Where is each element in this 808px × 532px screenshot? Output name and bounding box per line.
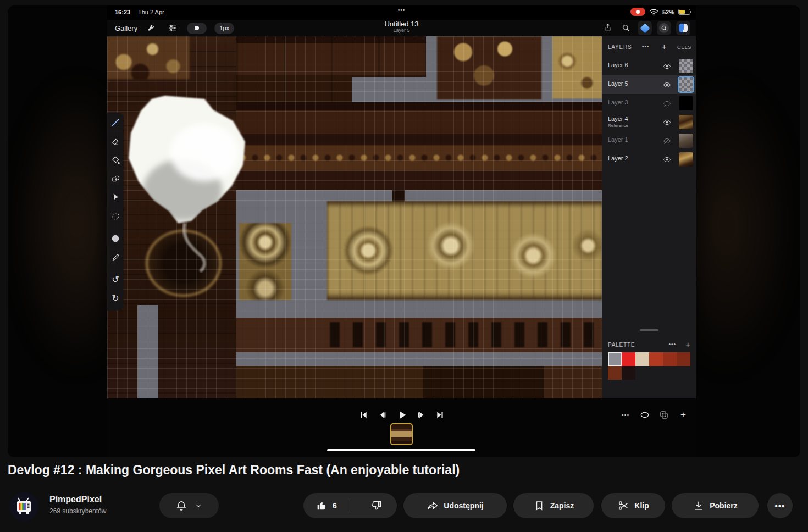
pencil-tool-button[interactable] [109, 251, 122, 264]
layer-name: Layer 2 [608, 155, 628, 162]
layer-row-layer2[interactable]: Layer 2 [602, 150, 696, 169]
frame-thumbnail[interactable] [390, 423, 413, 445]
fill-tool-button[interactable] [109, 153, 122, 167]
undo-button[interactable]: ↺ [109, 273, 122, 286]
layer-thumbnail[interactable] [679, 59, 693, 73]
palette-swatch[interactable] [608, 366, 622, 380]
clip-button[interactable]: Klip [601, 493, 665, 518]
color-swatch-tool-button[interactable] [109, 232, 122, 245]
layer-visibility-eye-icon[interactable] [662, 154, 672, 164]
layer-thumbnail-selected[interactable] [679, 77, 693, 92]
shapes-tool-button[interactable] [109, 172, 122, 185]
battery-icon [678, 9, 690, 15]
brush-size-button[interactable]: 1px [214, 23, 234, 34]
player-menu-dots-icon[interactable]: ••• [398, 7, 406, 13]
dislike-button[interactable] [356, 493, 397, 518]
onion-skin-icon[interactable] [638, 408, 651, 422]
zoom-icon[interactable] [619, 21, 633, 35]
frame-forward-button[interactable] [413, 408, 429, 422]
sliders-icon[interactable] [166, 21, 179, 35]
toolbar-left-group: Gallery 1px [115, 20, 234, 36]
panel-resize-handle[interactable] [640, 329, 658, 331]
palette-swatch[interactable] [622, 366, 635, 380]
animation-bar-right-group: ••• + [619, 408, 690, 422]
brush-shape-button[interactable] [187, 23, 207, 34]
save-button[interactable]: Zapisz [513, 493, 594, 518]
add-palette-color-button[interactable]: + [685, 340, 690, 349]
share-icon[interactable] [601, 21, 615, 35]
pixel-art-canvas[interactable] [107, 36, 602, 398]
layer-thumbnail[interactable] [679, 152, 693, 167]
channel-row: PimpedPixel 269 subskrybentów 6 Udostępn… [0, 491, 808, 522]
wrench-icon[interactable] [145, 21, 158, 35]
layer-visibility-eye-icon[interactable] [662, 117, 672, 127]
share-button[interactable]: Udostępnij [403, 493, 507, 518]
play-button[interactable] [394, 408, 409, 422]
like-dislike-group: 6 [303, 493, 397, 518]
brush-dot-icon [195, 26, 199, 30]
duplicate-frame-icon[interactable] [657, 408, 671, 422]
layer-row-layer1-hidden[interactable]: Layer 1 [602, 131, 696, 150]
canvas-transparent-gap [352, 77, 426, 102]
layer-thumbnail[interactable] [679, 115, 693, 129]
move-tool-button[interactable] [109, 191, 122, 204]
layer-hidden-eye-icon[interactable] [662, 98, 672, 108]
palette-swatch[interactable] [663, 352, 677, 366]
redo-icon: ↻ [112, 294, 119, 303]
layer-hidden-eye-icon[interactable] [662, 136, 672, 146]
skip-to-start-button[interactable] [356, 408, 371, 422]
document-title-block[interactable]: Untitled 13 Layer 5 [384, 20, 418, 34]
add-layer-button[interactable]: + [662, 42, 667, 51]
skip-to-end-button[interactable] [433, 408, 448, 422]
layer-thumbnail[interactable] [679, 134, 693, 148]
layer-row-layer4-reference[interactable]: Layer 4 Reference [602, 113, 696, 131]
loupe-icon [659, 23, 669, 33]
animation-menu-dots-icon[interactable]: ••• [619, 408, 632, 422]
canvas-art-bottom-right [544, 366, 602, 398]
status-indicators: 52% [630, 8, 690, 16]
save-label: Zapisz [550, 501, 574, 510]
selection-tool-button[interactable] [638, 21, 652, 35]
palette-menu-dots-icon[interactable]: ••• [668, 341, 676, 347]
palette-swatch-selected[interactable] [608, 352, 622, 366]
color-panel-button[interactable] [676, 21, 690, 35]
timeline-scrubber[interactable] [327, 449, 475, 451]
bookmark-icon [533, 500, 545, 512]
redo-button[interactable]: ↻ [109, 292, 122, 305]
layer-reference-label: Reference [608, 123, 628, 128]
layer-visibility-eye-icon[interactable] [662, 80, 672, 90]
screen-recording-indicator-icon[interactable] [630, 8, 645, 16]
brush-tool-button[interactable] [109, 116, 122, 129]
more-actions-button[interactable]: ••• [767, 493, 793, 518]
layer-row-layer5-selected[interactable]: Layer 5 [602, 75, 696, 94]
status-time: 16:23 [115, 9, 130, 15]
download-button[interactable]: Pobierz [672, 493, 759, 518]
layers-menu-dots-icon[interactable]: ••• [642, 43, 650, 49]
layer-name: Layer 3 [608, 99, 628, 106]
frame-back-button[interactable] [375, 408, 390, 422]
palette-swatch[interactable] [677, 352, 690, 366]
magnify-tool-button[interactable] [657, 21, 671, 35]
layer-thumbnail[interactable] [679, 96, 693, 110]
diamond-icon [640, 23, 650, 33]
add-frame-button[interactable]: + [677, 408, 690, 422]
layer-row-layer3-hidden[interactable]: Layer 3 [602, 94, 696, 113]
lasso-tool-button[interactable] [109, 209, 122, 223]
layer-visibility-eye-icon[interactable] [662, 61, 672, 71]
palette-swatch[interactable] [635, 352, 649, 366]
battery-percent: 52% [662, 9, 674, 15]
clip-label: Klip [634, 501, 649, 510]
eraser-tool-button[interactable] [109, 135, 122, 148]
channel-name[interactable]: PimpedPixel [49, 495, 102, 505]
video-player[interactable]: 16:23 Thu 2 Apr ••• 52% Gallery [8, 5, 800, 457]
notifications-button[interactable] [159, 493, 219, 518]
channel-avatar[interactable] [9, 492, 38, 521]
layer-row-layer6[interactable]: Layer 6 [602, 57, 696, 75]
download-label: Pobierz [710, 501, 738, 510]
palette-swatch[interactable] [622, 352, 635, 366]
palette-swatch[interactable] [649, 352, 663, 366]
gallery-button[interactable]: Gallery [115, 24, 137, 32]
battery-fill [679, 10, 685, 14]
layer-name: Layer 6 [608, 62, 628, 68]
like-button[interactable]: 6 [303, 493, 346, 518]
